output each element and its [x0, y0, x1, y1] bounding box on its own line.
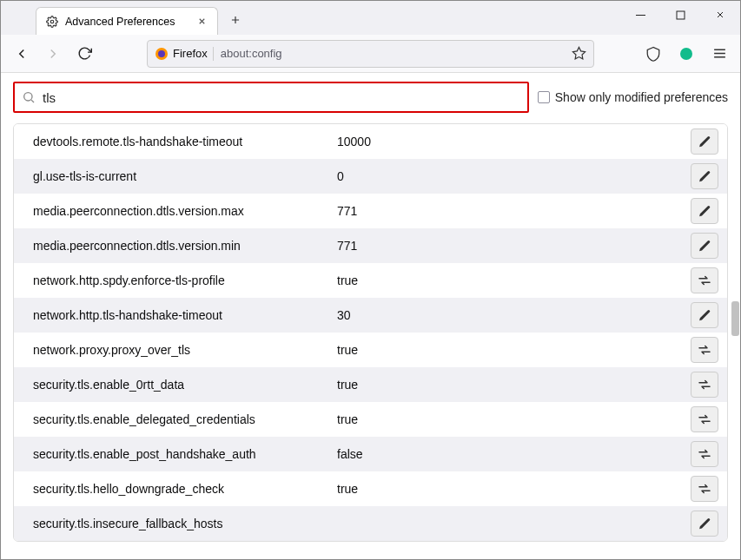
- pref-value: 771: [337, 204, 691, 218]
- pref-action-button[interactable]: [691, 233, 718, 259]
- pref-action-button[interactable]: [691, 441, 718, 467]
- edit-icon: [698, 204, 712, 219]
- edit-icon: [698, 239, 712, 254]
- bookmark-star-icon[interactable]: [572, 46, 586, 61]
- config-search-input[interactable]: [43, 90, 520, 105]
- checkbox-label: Show only modified preferences: [555, 90, 728, 104]
- checkbox-icon: [538, 91, 550, 103]
- extension-button[interactable]: [672, 40, 700, 68]
- reload-button[interactable]: [70, 40, 98, 68]
- pref-row: network.proxy.proxy_over_tlstrue: [14, 333, 727, 367]
- pref-value: true: [337, 343, 691, 357]
- svg-point-6: [24, 93, 32, 101]
- pref-action-button[interactable]: [691, 267, 718, 293]
- show-modified-only-checkbox[interactable]: Show only modified preferences: [538, 90, 728, 104]
- config-search-box[interactable]: [13, 82, 529, 113]
- pref-action-button[interactable]: [691, 372, 718, 398]
- pref-name: media.peerconnection.dtls.version.min: [33, 239, 337, 253]
- prefs-table: devtools.remote.tls-handshake-timeout100…: [13, 123, 728, 542]
- pref-value: 771: [337, 239, 691, 253]
- pref-name: security.tls.enable_post_handshake_auth: [33, 447, 337, 461]
- pref-action-button[interactable]: [691, 163, 718, 189]
- pref-value: true: [337, 273, 691, 287]
- pref-name: media.peerconnection.dtls.version.max: [33, 204, 337, 218]
- pref-name: network.http.spdy.enforce-tls-profile: [33, 273, 337, 287]
- pref-name: security.tls.hello_downgrade_check: [33, 482, 337, 496]
- tab-close-button[interactable]: [195, 15, 208, 29]
- pref-row: security.tls.hello_downgrade_checktrue: [14, 471, 727, 506]
- pref-value: 30: [337, 308, 691, 322]
- pref-action-button[interactable]: [691, 302, 718, 328]
- app-menu-button[interactable]: [705, 40, 733, 68]
- firefox-icon: [155, 47, 169, 61]
- pref-row: network.http.tls-handshake-timeout30: [14, 298, 727, 333]
- pref-name: security.tls.enable_0rtt_data: [33, 378, 337, 392]
- toggle-icon: [697, 446, 712, 462]
- search-icon: [22, 90, 36, 104]
- pref-value: 10000: [337, 135, 691, 148]
- back-button[interactable]: [8, 40, 36, 68]
- toolbar: Firefox: [1, 35, 740, 73]
- toggle-icon: [697, 412, 712, 427]
- pref-name: network.http.tls-handshake-timeout: [33, 308, 337, 322]
- about-config-content: Show only modified preferences devtools.…: [1, 73, 740, 559]
- pref-action-button[interactable]: [691, 511, 718, 537]
- url-input[interactable]: [221, 47, 565, 60]
- toggle-icon: [697, 377, 712, 392]
- pref-action-button[interactable]: [691, 198, 718, 224]
- pref-row: media.peerconnection.dtls.version.max771: [14, 194, 727, 228]
- forward-button[interactable]: [39, 40, 67, 68]
- pref-row: gl.use-tls-is-current0: [14, 159, 727, 194]
- tab-title: Advanced Preferences: [65, 16, 189, 28]
- svg-rect-1: [677, 11, 685, 19]
- pref-row: network.http.spdy.enforce-tls-profiletru…: [14, 263, 727, 298]
- toggle-icon: [697, 342, 712, 358]
- gear-icon: [45, 15, 59, 29]
- tabstrip: Advanced Preferences: [1, 1, 248, 35]
- pref-action-button[interactable]: [691, 128, 718, 155]
- browser-tab[interactable]: Advanced Preferences: [36, 7, 218, 35]
- urlbar-identity[interactable]: Firefox: [155, 47, 214, 61]
- pocket-button[interactable]: [639, 40, 667, 68]
- svg-marker-4: [572, 47, 585, 58]
- pref-value: 0: [337, 169, 691, 183]
- pref-name: network.proxy.proxy_over_tls: [33, 343, 337, 357]
- pref-value: false: [337, 447, 691, 461]
- titlebar: Advanced Preferences: [1, 1, 740, 35]
- urlbar-identity-label: Firefox: [173, 47, 208, 60]
- toggle-icon: [697, 273, 712, 288]
- pref-row: security.tls.enable_delegated_credential…: [14, 402, 727, 437]
- svg-point-3: [158, 50, 165, 57]
- pref-row: devtools.remote.tls-handshake-timeout100…: [14, 124, 727, 159]
- pref-row: media.peerconnection.dtls.version.min771: [14, 228, 727, 263]
- pref-action-button[interactable]: [691, 406, 718, 432]
- pref-name: security.tls.enable_delegated_credential…: [33, 412, 337, 426]
- svg-point-0: [50, 20, 54, 23]
- maximize-button[interactable]: [660, 1, 700, 29]
- pref-value: true: [337, 378, 691, 392]
- edit-icon: [698, 517, 712, 531]
- new-tab-button[interactable]: [223, 8, 248, 32]
- pref-value: true: [337, 482, 691, 496]
- pref-name: devtools.remote.tls-handshake-timeout: [33, 135, 337, 148]
- toggle-icon: [697, 481, 712, 497]
- window-controls: [620, 1, 740, 29]
- pref-row: security.tls.enable_post_handshake_authf…: [14, 437, 727, 471]
- pref-action-button[interactable]: [691, 337, 718, 363]
- edit-icon: [698, 169, 712, 184]
- search-row: Show only modified preferences: [13, 82, 728, 113]
- pref-action-button[interactable]: [691, 476, 718, 502]
- pref-name: gl.use-tls-is-current: [33, 169, 337, 183]
- pref-row: security.tls.insecure_fallback_hosts: [14, 506, 727, 541]
- urlbar[interactable]: Firefox: [147, 40, 594, 68]
- svg-point-5: [680, 48, 692, 60]
- edit-icon: [698, 308, 712, 323]
- edit-icon: [698, 135, 712, 149]
- pref-name: security.tls.insecure_fallback_hosts: [33, 517, 337, 530]
- pref-value: true: [337, 412, 691, 426]
- minimize-button[interactable]: [620, 1, 660, 29]
- pref-row: security.tls.enable_0rtt_datatrue: [14, 367, 727, 402]
- close-window-button[interactable]: [700, 1, 740, 29]
